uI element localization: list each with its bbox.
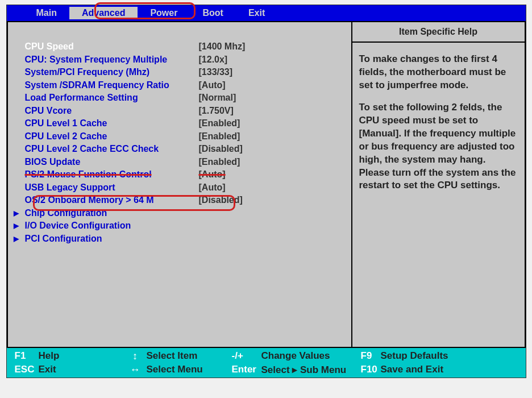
key-plusminus: -/+ [232, 350, 261, 362]
key-f10-label: Save and Exit [381, 364, 444, 375]
submenu-label: I/O Device Configuration [25, 221, 131, 231]
setting-label: USB Legacy Support [25, 183, 199, 193]
setting-label: System /SDRAM Frequency Ratio [25, 80, 199, 90]
setting-value: [Normal] [199, 93, 236, 103]
setting-usb-legacy[interactable]: USB Legacy Support [Auto] [25, 181, 346, 194]
key-f1-label: Help [39, 350, 124, 362]
setting-ps2-mouse[interactable]: PS/2 Mouse Function Control [Auto] [25, 168, 346, 181]
setting-sdram-ratio[interactable]: System /SDRAM Frequency Ratio [Auto] [25, 79, 346, 92]
setting-label: CPU Speed [25, 42, 199, 52]
select-submenu-label: Select ▸ Sub Menu [261, 364, 361, 376]
triangle-icon: ▶ [14, 222, 25, 230]
updown-icon: ↕ [124, 350, 147, 362]
submenu-io-config[interactable]: ▶ I/O Device Configuration [14, 219, 346, 233]
setting-value: [Auto] [199, 80, 226, 90]
select-menu-label: Select Menu [147, 364, 232, 375]
setting-value: [Disabled] [199, 144, 243, 154]
help-pane: Item Specific Help To make changes to th… [352, 21, 526, 348]
key-enter: Enter [232, 364, 261, 375]
setting-label: PS/2 Mouse Function Control [25, 169, 199, 180]
setting-label: CPU: System Frequency Multiple [25, 55, 199, 65]
setting-load-perf[interactable]: Load Performance Setting [Normal] [25, 92, 346, 105]
setting-value: [Enabled] [199, 157, 240, 167]
setting-l1-cache[interactable]: CPU Level 1 Cache [Enabled] [25, 117, 346, 130]
setting-l2-ecc[interactable]: CPU Level 2 Cache ECC Check [Disabled] [25, 143, 346, 156]
key-f10: F10 [361, 364, 381, 375]
key-f9: F9 [361, 350, 381, 362]
setting-bios-update[interactable]: BIOS Update [Enabled] [25, 156, 346, 169]
setting-label: BIOS Update [25, 157, 199, 167]
menu-main[interactable]: Main [24, 7, 69, 19]
triangle-icon: ▶ [14, 209, 25, 217]
setting-value: [Enabled] [199, 118, 240, 128]
setting-label: CPU Level 2 Cache [25, 131, 199, 142]
help-text-1: To make changes to the first 4 fields, t… [359, 53, 518, 92]
help-text-2: To set the following 2 felds, the CPU sp… [359, 101, 518, 193]
setting-value: [133/33] [199, 67, 233, 77]
menu-bar: Main Advanced Power Boot Exit [7, 5, 526, 21]
setting-cpu-speed[interactable]: CPU Speed [1400 Mhz] [25, 40, 346, 53]
triangle-icon: ▶ [14, 235, 25, 243]
highlight-advanced-tab [94, 2, 196, 19]
setting-value: [12.0x] [199, 55, 228, 65]
setting-label: CPU Level 1 Cache [25, 118, 199, 128]
menu-exit[interactable]: Exit [236, 7, 277, 19]
setting-value: [Enabled] [199, 131, 240, 142]
key-f9-label: Setup Defaults [381, 350, 448, 362]
setting-pci-freq[interactable]: System/PCI Frequency (Mhz) [133/33] [25, 66, 346, 79]
setting-label: CPU Vcore [25, 106, 199, 116]
setting-value: [1.750V] [199, 106, 234, 116]
key-esc-label: Exit [39, 364, 124, 375]
select-item-label: Select Item [147, 350, 232, 362]
setting-freq-multiple[interactable]: CPU: System Frequency Multiple [12.0x] [25, 53, 346, 67]
setting-label: CPU Level 2 Cache ECC Check [25, 144, 199, 154]
setting-l2-cache[interactable]: CPU Level 2 Cache [Enabled] [25, 130, 346, 143]
setting-label: Load Performance Setting [25, 93, 199, 103]
menu-boot[interactable]: Boot [190, 7, 235, 19]
setting-value: [Auto] [199, 169, 226, 180]
setting-value: [Auto] [199, 183, 226, 193]
key-f1: F1 [15, 350, 39, 362]
setting-vcore[interactable]: CPU Vcore [1.750V] [25, 105, 346, 118]
footer-bar: F1 Help ↕ Select Item -/+ Change Values … [7, 348, 526, 378]
submenu-label: PCI Configuration [25, 234, 102, 244]
key-esc: ESC [15, 364, 39, 375]
settings-pane: CPU Speed [1400 Mhz] CPU: System Frequen… [7, 21, 352, 348]
leftright-icon: ↔ [124, 364, 147, 376]
setting-label: System/PCI Frequency (Mhz) [25, 67, 199, 77]
change-values-label: Change Values [261, 350, 361, 362]
highlight-usb-legacy [33, 195, 235, 211]
submenu-pci-config[interactable]: ▶ PCI Configuration [14, 233, 346, 246]
setting-value: [1400 Mhz] [199, 42, 246, 52]
help-title: Item Specific Help [352, 22, 525, 43]
